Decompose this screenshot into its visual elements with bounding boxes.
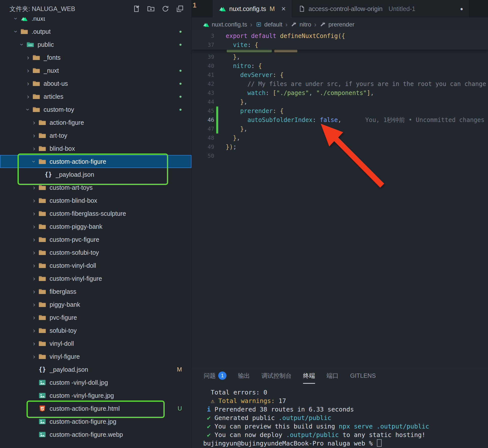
- folder-item-about-us[interactable]: ›about-us●: [0, 77, 191, 90]
- chevron-right-icon[interactable]: ›: [25, 80, 32, 87]
- terminal-token: 17: [279, 397, 286, 404]
- gutter-spacer: [216, 40, 218, 50]
- folder-item-articles[interactable]: ›articles●: [0, 90, 191, 103]
- chevron-right-icon[interactable]: ›: [31, 262, 38, 269]
- line-number: 48: [192, 134, 214, 142]
- file-item-custom-vinyl-doll-jpg[interactable]: custom -vinyl-doll.jpg: [0, 376, 191, 389]
- chevron-right-icon[interactable]: ›: [31, 145, 38, 152]
- item-label: articles: [44, 93, 63, 100]
- folder-item-vinyl-figure[interactable]: ›vinyl-figure: [0, 350, 191, 363]
- file-item-custom-vinyl-figure-jpg[interactable]: custom -vinyl-figure.jpg: [0, 389, 191, 402]
- tab-overflow-count: 1: [193, 2, 196, 9]
- file-item-payload-json[interactable]: {}_payload.jsonM: [0, 363, 191, 376]
- folder-item-sofubi-toy[interactable]: ›sofubi-toy: [0, 324, 191, 337]
- chevron-right-icon[interactable]: ›: [31, 119, 38, 126]
- chevron-right-icon[interactable]: ›: [31, 314, 38, 321]
- folder-item-custom-action-figure[interactable]: ›custom-action-figure: [0, 155, 191, 168]
- line-number: 45: [192, 106, 214, 116]
- folder-item-blind-box[interactable]: ›blind-box: [0, 142, 191, 155]
- chevron-right-icon[interactable]: ›: [31, 236, 38, 243]
- panel-tab-i2[interactable]: 调试控制台: [262, 368, 292, 384]
- folder-item-vinyl-doll[interactable]: ›vinyl-doll: [0, 337, 191, 350]
- file-item-custom-action-figure-jpg[interactable]: custom-action-figure.jpg: [0, 415, 191, 428]
- folder-icon: [38, 145, 47, 152]
- breadcrumb-item-prerender[interactable]: prerender: [319, 21, 354, 28]
- panel-tab-i1[interactable]: 输出: [238, 368, 250, 384]
- chevron-down-icon[interactable]: ›: [25, 106, 31, 113]
- terminal-output[interactable]: Total errors: 0 ⚠ Total warnings: 17 i P…: [192, 384, 488, 448]
- breadcrumb-item-default[interactable]: default: [255, 21, 282, 28]
- unsaved-dot-icon[interactable]: ●: [454, 6, 463, 12]
- terminal-token: bujingyun@bujingyundeMacBook-Pro naluga …: [203, 440, 376, 447]
- collapse-folders-icon[interactable]: [176, 5, 184, 13]
- tab-access-control-allow-origin[interactable]: access-control-allow-originUntitled-1●: [292, 0, 469, 18]
- token: }: [226, 126, 244, 132]
- folder-item-nuxt[interactable]: ›_nuxt●: [0, 64, 191, 77]
- chevron-down-icon[interactable]: ›: [19, 41, 25, 48]
- chevron-right-icon[interactable]: ›: [31, 275, 38, 282]
- chevron-right-icon[interactable]: ›: [31, 223, 38, 230]
- token: :: [273, 108, 276, 114]
- item-label: pvc-figure: [50, 314, 77, 321]
- close-tab-icon[interactable]: ×: [281, 5, 286, 12]
- breadcrumb-separator: ›: [314, 21, 317, 28]
- terminal-token: to any static hosting!: [339, 431, 425, 438]
- image-icon: [38, 418, 47, 425]
- breadcrumb-item-nuxt-config-ts[interactable]: nuxt.config.ts: [203, 21, 247, 28]
- git-modified-dot: ●: [179, 29, 182, 34]
- chevron-right-icon[interactable]: ›: [31, 327, 38, 334]
- panel-tab-gitlens[interactable]: GITLENS: [350, 368, 376, 384]
- terminal-line: ✔ Generated public .output/public: [203, 414, 488, 422]
- new-folder-icon[interactable]: [147, 5, 155, 13]
- tab-nuxt-config-ts[interactable]: nuxt.config.tsM×: [213, 0, 292, 18]
- chevron-right-icon[interactable]: ›: [31, 197, 38, 204]
- new-file-icon[interactable]: [132, 5, 140, 13]
- folder-item-fiberglass[interactable]: ›fiberglass: [0, 285, 191, 298]
- token: {: [255, 62, 262, 70]
- panel-tab-i3[interactable]: 终端: [303, 368, 315, 384]
- folder-item-custom-pvc-figure[interactable]: ›custom-pvc-figure: [0, 233, 191, 246]
- chevron-right-icon[interactable]: ›: [25, 54, 32, 61]
- panel-tab-i4[interactable]: 端口: [327, 368, 339, 384]
- folder-item-art-toy[interactable]: ›art-toy: [0, 129, 191, 142]
- folder-item-custom-toy[interactable]: ›custom-toy●: [0, 103, 191, 116]
- folder-item-custom-piggy-bank[interactable]: ›custom-piggy-bank: [0, 220, 191, 233]
- folder-item-pvc-figure[interactable]: ›pvc-figure: [0, 311, 191, 324]
- chevron-right-icon[interactable]: ›: [31, 184, 38, 191]
- chevron-right-icon[interactable]: ›: [25, 67, 32, 74]
- breadcrumb-item-nitro[interactable]: nitro: [291, 21, 311, 28]
- folder-item-custom-blind-box[interactable]: ›custom-blind-box: [0, 194, 191, 207]
- symbol-icon: [255, 21, 262, 28]
- file-item-custom-action-figure-html[interactable]: custom-action-figure.htmlU: [0, 402, 191, 415]
- chevron-right-icon[interactable]: ›: [31, 210, 38, 217]
- terminal-token: Generated public: [214, 414, 279, 422]
- chevron-right-icon[interactable]: ›: [31, 132, 38, 139]
- chevron-right-icon[interactable]: ›: [31, 249, 38, 256]
- chevron-right-icon[interactable]: ›: [31, 288, 38, 295]
- image-icon: [38, 392, 47, 399]
- chevron-right-icon[interactable]: ›: [31, 340, 38, 347]
- chevron-right-icon[interactable]: ›: [31, 353, 38, 360]
- folder-item-fonts[interactable]: ›_fonts: [0, 51, 191, 64]
- folder-item-custom-fiberglass-sculpture[interactable]: ›custom-fiberglass-sculpture: [0, 207, 191, 220]
- chevron-down-icon[interactable]: ›: [31, 158, 37, 165]
- folder-item-action-figure[interactable]: ›action-figure: [0, 116, 191, 129]
- folder-icon: [38, 301, 47, 308]
- folder-item-custom-vinyl-doll[interactable]: ›custom-vinyl-doll: [0, 259, 191, 272]
- chevron-right-icon[interactable]: ›: [25, 93, 32, 100]
- folder-item-custom-vinyl-figure[interactable]: ›custom-vinyl-figure: [0, 272, 191, 285]
- panel-tab-i0[interactable]: 问题1: [204, 368, 226, 384]
- folder-item-custom-sofubi-toy[interactable]: ›custom-sofubi-toy: [0, 246, 191, 259]
- folder-item-custom-art-toys[interactable]: ›custom-art-toys: [0, 181, 191, 194]
- item-label: public: [38, 41, 54, 48]
- chevron-down-icon[interactable]: ›: [13, 28, 19, 35]
- folder-item-public[interactable]: ›public●: [0, 38, 191, 51]
- folder-item-piggy-bank[interactable]: ›piggy-bank: [0, 298, 191, 311]
- file-item-custom-action-figure-webp[interactable]: custom-action-figure.webp: [0, 428, 191, 441]
- chevron-right-icon[interactable]: ›: [31, 301, 38, 308]
- code-editor[interactable]: 3export default defineNuxtConfig({37 vit…: [192, 32, 488, 368]
- folder-item-output[interactable]: ›.output●: [0, 25, 191, 38]
- file-item-payload-json[interactable]: {}_payload.json: [0, 168, 191, 181]
- refresh-explorer-icon[interactable]: [161, 5, 169, 13]
- explorer-actions: [132, 5, 184, 13]
